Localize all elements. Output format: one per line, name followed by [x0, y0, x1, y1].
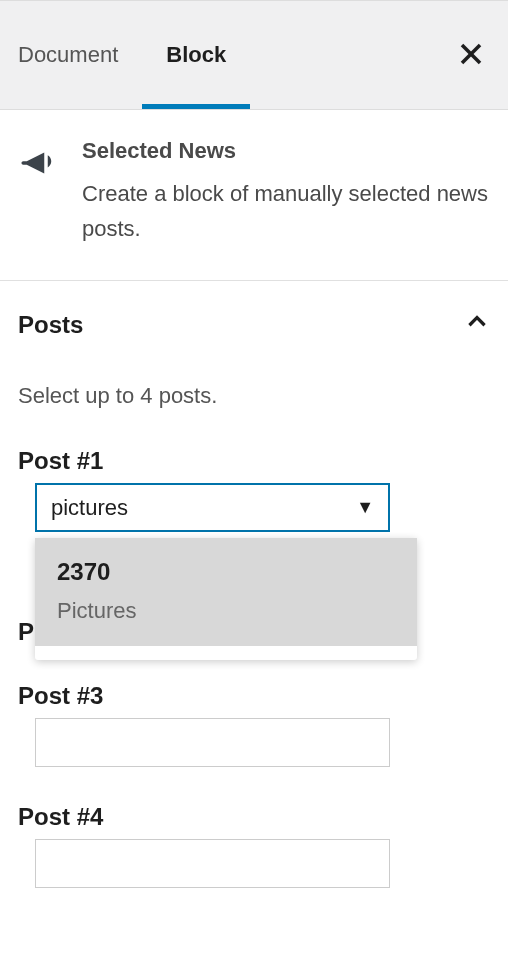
- chevron-up-icon: [464, 309, 490, 341]
- block-info: Selected News Create a block of manually…: [0, 110, 508, 281]
- block-info-text: Selected News Create a block of manually…: [82, 138, 490, 246]
- dropdown-option[interactable]: 2370 Pictures: [35, 538, 417, 646]
- post-1-label: Post #1: [18, 447, 490, 475]
- post-1-value: pictures: [51, 495, 128, 521]
- tab-document-label: Document: [18, 42, 118, 68]
- panel-header-posts[interactable]: Posts: [0, 281, 508, 361]
- post-4-label: Post #4: [18, 803, 490, 831]
- post-4-select[interactable]: [35, 839, 390, 888]
- dropdown-option-label: Pictures: [57, 598, 395, 624]
- autocomplete-dropdown: 2370 Pictures: [35, 538, 417, 660]
- post-3-label: Post #3: [18, 682, 490, 710]
- close-icon: [460, 38, 482, 71]
- block-description: Create a block of manually selected news…: [82, 176, 490, 246]
- tab-document[interactable]: Document: [18, 1, 142, 109]
- megaphone-icon: [18, 142, 60, 246]
- panel-title: Posts: [18, 311, 83, 339]
- post-field-1: Post #1 pictures ▼ 2370 Pictures: [18, 447, 490, 532]
- post-field-3: Post #3: [18, 682, 490, 767]
- tab-header: Document Block: [0, 0, 508, 110]
- post-1-select[interactable]: pictures ▼: [35, 483, 390, 532]
- tab-block-label: Block: [166, 42, 226, 68]
- panel-body: Select up to 4 posts. Post #1 pictures ▼…: [0, 383, 508, 954]
- dropdown-option-id: 2370: [57, 558, 395, 586]
- dropdown-caret-icon: ▼: [356, 497, 374, 518]
- block-title: Selected News: [82, 138, 490, 164]
- post-3-select[interactable]: [35, 718, 390, 767]
- tab-block[interactable]: Block: [142, 1, 250, 109]
- close-button[interactable]: [452, 32, 490, 78]
- panel-hint: Select up to 4 posts.: [18, 383, 490, 409]
- post-field-4: Post #4: [18, 803, 490, 888]
